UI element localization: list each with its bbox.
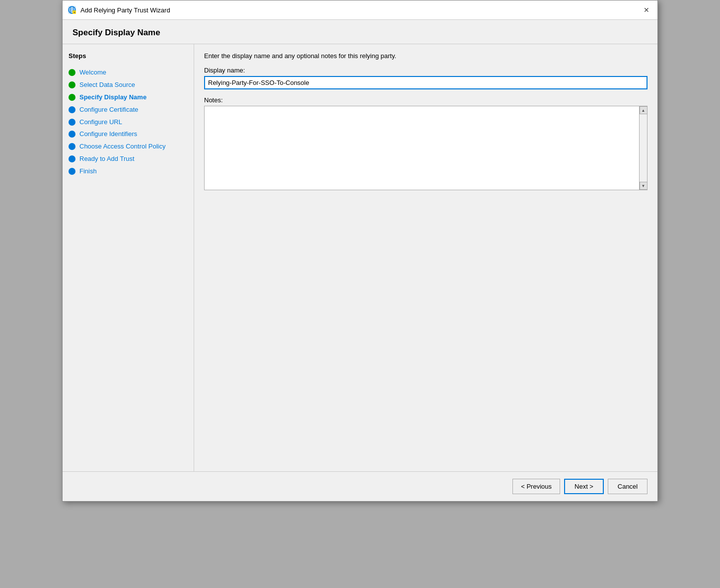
dialog-heading: Specify Display Name: [63, 20, 657, 44]
previous-button[interactable]: < Previous: [512, 479, 560, 494]
step-dot-configure-url: [69, 119, 75, 126]
steps-sidebar: Steps Welcome Select Data Source Specify…: [63, 44, 194, 471]
sidebar-item-configure-certificate[interactable]: Configure Certificate: [69, 104, 188, 116]
dialog-wrapper: ✦ Add Relying Party Trust Wizard ✕ Speci…: [62, 0, 658, 502]
step-label-select-data-source: Select Data Source: [79, 81, 135, 89]
notes-textarea[interactable]: [205, 106, 639, 190]
step-label-configure-url: Configure URL: [79, 118, 122, 127]
dialog-title: Add Relying Party Trust Wizard: [80, 6, 170, 14]
step-dot-specify-display-name: [69, 94, 75, 101]
next-button[interactable]: Next >: [564, 479, 604, 494]
step-label-finish: Finish: [79, 167, 97, 176]
display-name-label: Display name:: [204, 67, 648, 74]
step-label-ready-to-add-trust: Ready to Add Trust: [79, 155, 135, 163]
step-dot-choose-access-control-policy: [69, 143, 75, 150]
step-dot-finish: [69, 168, 75, 175]
dialog-content: Steps Welcome Select Data Source Specify…: [63, 44, 657, 471]
sidebar-item-choose-access-control-policy[interactable]: Choose Access Control Policy: [69, 141, 188, 153]
sidebar-item-configure-identifiers[interactable]: Configure Identifiers: [69, 128, 188, 141]
heading-text: Specify Display Name: [72, 28, 160, 37]
notes-scrollbar: ▲ ▼: [639, 106, 647, 190]
step-label-configure-identifiers: Configure Identifiers: [79, 130, 137, 139]
close-button[interactable]: ✕: [641, 4, 652, 16]
notes-textarea-wrapper: ▲ ▼: [204, 106, 648, 190]
sidebar-item-configure-url[interactable]: Configure URL: [69, 116, 188, 129]
scroll-up-arrow[interactable]: ▲: [640, 106, 648, 114]
step-dot-ready-to-add-trust: [69, 155, 75, 162]
dialog-footer: < Previous Next > Cancel: [63, 471, 657, 501]
instruction-text: Enter the display name and any optional …: [204, 52, 648, 60]
step-label-specify-display-name: Specify Display Name: [79, 93, 146, 102]
title-bar-left: ✦ Add Relying Party Trust Wizard: [68, 5, 170, 14]
step-label-welcome: Welcome: [79, 69, 106, 77]
step-dot-welcome: [69, 69, 75, 76]
step-dot-configure-identifiers: [69, 131, 75, 138]
steps-header: Steps: [69, 52, 188, 60]
step-label-configure-certificate: Configure Certificate: [79, 106, 139, 114]
wizard-dialog: ✦ Add Relying Party Trust Wizard ✕ Speci…: [62, 0, 658, 502]
title-bar: ✦ Add Relying Party Trust Wizard ✕: [63, 0, 657, 20]
sidebar-item-select-data-source[interactable]: Select Data Source: [69, 79, 188, 91]
sidebar-item-ready-to-add-trust[interactable]: Ready to Add Trust: [69, 153, 188, 165]
cancel-button[interactable]: Cancel: [608, 479, 648, 494]
wizard-icon: ✦: [68, 5, 76, 14]
scroll-down-arrow[interactable]: ▼: [640, 182, 648, 190]
step-dot-select-data-source: [69, 81, 75, 88]
step-dot-configure-certificate: [69, 106, 75, 113]
notes-label: Notes:: [204, 96, 648, 104]
spacer: [204, 190, 648, 463]
sidebar-item-welcome[interactable]: Welcome: [69, 67, 188, 79]
main-area: Enter the display name and any optional …: [194, 44, 657, 471]
dialog-body: Steps Welcome Select Data Source Specify…: [63, 44, 657, 501]
sidebar-item-finish[interactable]: Finish: [69, 165, 188, 178]
sidebar-item-specify-display-name[interactable]: Specify Display Name: [69, 91, 188, 104]
display-name-input[interactable]: [204, 76, 648, 89]
step-label-choose-access-control-policy: Choose Access Control Policy: [79, 143, 165, 151]
